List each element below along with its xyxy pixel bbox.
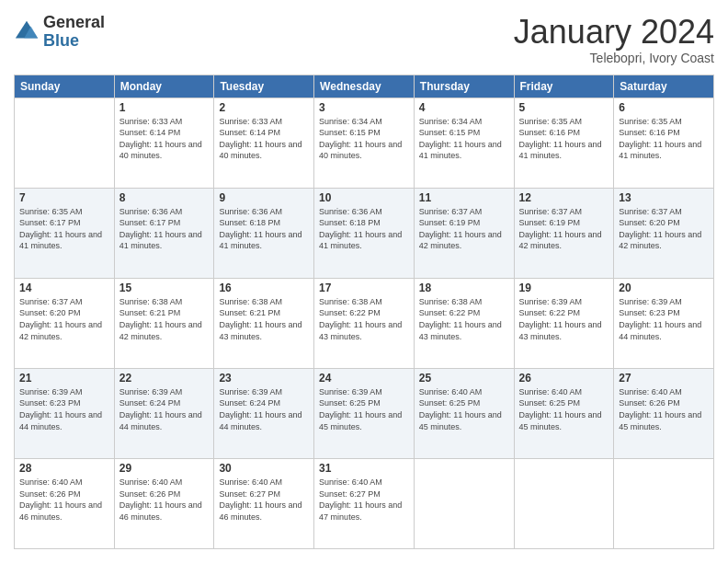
day-number: 10: [319, 191, 409, 204]
logo-general: General: [43, 14, 105, 32]
calendar-cell: 29Sunrise: 6:40 AMSunset: 6:26 PMDayligh…: [114, 458, 214, 548]
cell-info: Sunrise: 6:40 AMSunset: 6:25 PMDaylight:…: [519, 386, 609, 432]
cell-info: Sunrise: 6:33 AMSunset: 6:14 PMDaylight:…: [219, 116, 309, 162]
weekday-header: Sunday: [15, 75, 115, 98]
header: General Blue January 2024 Telebopri, Ivo…: [14, 14, 714, 65]
logo-blue: Blue: [43, 32, 105, 51]
day-number: 13: [619, 191, 709, 204]
calendar-week-row: 21Sunrise: 6:39 AMSunset: 6:23 PMDayligh…: [15, 368, 714, 458]
cell-info: Sunrise: 6:40 AMSunset: 6:27 PMDaylight:…: [319, 477, 409, 523]
cell-info: Sunrise: 6:37 AMSunset: 6:19 PMDaylight:…: [419, 206, 509, 252]
cell-info: Sunrise: 6:37 AMSunset: 6:19 PMDaylight:…: [519, 206, 609, 252]
day-number: 2: [219, 101, 309, 114]
weekday-header: Saturday: [614, 75, 714, 98]
calendar-cell: 7Sunrise: 6:35 AMSunset: 6:17 PMDaylight…: [15, 188, 115, 278]
day-number: 18: [419, 282, 509, 294]
calendar-table: SundayMondayTuesdayWednesdayThursdayFrid…: [14, 75, 714, 549]
day-number: 14: [19, 282, 109, 294]
calendar-cell: 14Sunrise: 6:37 AMSunset: 6:20 PMDayligh…: [15, 278, 115, 368]
logo-icon: [14, 19, 40, 45]
cell-info: Sunrise: 6:36 AMSunset: 6:18 PMDaylight:…: [219, 206, 309, 252]
cell-info: Sunrise: 6:38 AMSunset: 6:22 PMDaylight:…: [319, 296, 409, 342]
calendar-cell: 31Sunrise: 6:40 AMSunset: 6:27 PMDayligh…: [314, 458, 415, 548]
weekday-header: Monday: [114, 75, 214, 98]
calendar-cell: 8Sunrise: 6:36 AMSunset: 6:17 PMDaylight…: [114, 188, 214, 278]
day-number: 17: [319, 282, 409, 294]
cell-info: Sunrise: 6:39 AMSunset: 6:23 PMDaylight:…: [19, 386, 109, 432]
cell-info: Sunrise: 6:40 AMSunset: 6:25 PMDaylight:…: [419, 386, 509, 432]
calendar-cell: 12Sunrise: 6:37 AMSunset: 6:19 PMDayligh…: [514, 188, 614, 278]
day-number: 22: [119, 372, 210, 385]
calendar-cell: 10Sunrise: 6:36 AMSunset: 6:18 PMDayligh…: [314, 188, 415, 278]
cell-info: Sunrise: 6:39 AMSunset: 6:23 PMDaylight:…: [619, 296, 709, 342]
day-number: 9: [219, 191, 309, 204]
calendar-cell: 23Sunrise: 6:39 AMSunset: 6:24 PMDayligh…: [214, 368, 314, 458]
cell-info: Sunrise: 6:35 AMSunset: 6:16 PMDaylight:…: [519, 116, 609, 162]
day-number: 23: [219, 372, 309, 385]
logo-text: General Blue: [43, 14, 105, 51]
day-number: 20: [619, 282, 709, 294]
calendar-cell: 13Sunrise: 6:37 AMSunset: 6:20 PMDayligh…: [614, 188, 714, 278]
calendar-cell: 3Sunrise: 6:34 AMSunset: 6:15 PMDaylight…: [314, 98, 415, 188]
calendar-cell: [614, 458, 714, 548]
title-block: January 2024 Telebopri, Ivory Coast: [514, 14, 714, 65]
cell-info: Sunrise: 6:36 AMSunset: 6:18 PMDaylight:…: [319, 206, 409, 252]
day-number: 29: [119, 462, 210, 475]
page: General Blue January 2024 Telebopri, Ivo…: [0, 0, 728, 563]
day-number: 21: [19, 372, 109, 385]
day-number: 19: [519, 282, 609, 294]
calendar-cell: 19Sunrise: 6:39 AMSunset: 6:22 PMDayligh…: [514, 278, 614, 368]
calendar-cell: 24Sunrise: 6:39 AMSunset: 6:25 PMDayligh…: [314, 368, 415, 458]
day-number: 31: [319, 462, 409, 475]
calendar-cell: 16Sunrise: 6:38 AMSunset: 6:21 PMDayligh…: [214, 278, 314, 368]
calendar-week-row: 1Sunrise: 6:33 AMSunset: 6:14 PMDaylight…: [15, 98, 714, 188]
logo: General Blue: [14, 14, 105, 51]
day-number: 15: [119, 282, 210, 294]
day-number: 1: [119, 101, 210, 114]
cell-info: Sunrise: 6:38 AMSunset: 6:22 PMDaylight:…: [419, 296, 509, 342]
day-number: 25: [419, 372, 509, 385]
day-number: 8: [119, 191, 210, 204]
weekday-header: Thursday: [414, 75, 514, 98]
calendar-cell: 5Sunrise: 6:35 AMSunset: 6:16 PMDaylight…: [514, 98, 614, 188]
calendar-cell: 28Sunrise: 6:40 AMSunset: 6:26 PMDayligh…: [15, 458, 115, 548]
cell-info: Sunrise: 6:40 AMSunset: 6:26 PMDaylight:…: [119, 477, 210, 523]
day-number: 6: [619, 101, 709, 114]
cell-info: Sunrise: 6:39 AMSunset: 6:25 PMDaylight:…: [319, 386, 409, 432]
day-number: 7: [19, 191, 109, 204]
calendar-cell: [414, 458, 514, 548]
day-number: 12: [519, 191, 609, 204]
calendar-cell: [15, 98, 115, 188]
calendar-cell: 27Sunrise: 6:40 AMSunset: 6:26 PMDayligh…: [614, 368, 714, 458]
cell-info: Sunrise: 6:35 AMSunset: 6:16 PMDaylight:…: [619, 116, 709, 162]
calendar-week-row: 7Sunrise: 6:35 AMSunset: 6:17 PMDaylight…: [15, 188, 714, 278]
cell-info: Sunrise: 6:40 AMSunset: 6:26 PMDaylight:…: [619, 386, 709, 432]
cell-info: Sunrise: 6:35 AMSunset: 6:17 PMDaylight:…: [19, 206, 109, 252]
cell-info: Sunrise: 6:38 AMSunset: 6:21 PMDaylight:…: [219, 296, 309, 342]
day-number: 27: [619, 372, 709, 385]
day-number: 3: [319, 101, 409, 114]
weekday-header: Friday: [514, 75, 614, 98]
calendar-cell: 15Sunrise: 6:38 AMSunset: 6:21 PMDayligh…: [114, 278, 214, 368]
calendar-cell: 1Sunrise: 6:33 AMSunset: 6:14 PMDaylight…: [114, 98, 214, 188]
calendar-cell: 4Sunrise: 6:34 AMSunset: 6:15 PMDaylight…: [414, 98, 514, 188]
calendar-cell: 11Sunrise: 6:37 AMSunset: 6:19 PMDayligh…: [414, 188, 514, 278]
calendar-cell: 26Sunrise: 6:40 AMSunset: 6:25 PMDayligh…: [514, 368, 614, 458]
calendar-week-row: 14Sunrise: 6:37 AMSunset: 6:20 PMDayligh…: [15, 278, 714, 368]
calendar-cell: 30Sunrise: 6:40 AMSunset: 6:27 PMDayligh…: [214, 458, 314, 548]
calendar-cell: 18Sunrise: 6:38 AMSunset: 6:22 PMDayligh…: [414, 278, 514, 368]
calendar-cell: 22Sunrise: 6:39 AMSunset: 6:24 PMDayligh…: [114, 368, 214, 458]
calendar-cell: 2Sunrise: 6:33 AMSunset: 6:14 PMDaylight…: [214, 98, 314, 188]
cell-info: Sunrise: 6:40 AMSunset: 6:27 PMDaylight:…: [219, 477, 309, 523]
location-subtitle: Telebopri, Ivory Coast: [514, 51, 714, 65]
calendar-cell: 9Sunrise: 6:36 AMSunset: 6:18 PMDaylight…: [214, 188, 314, 278]
month-title: January 2024: [514, 14, 714, 51]
cell-info: Sunrise: 6:39 AMSunset: 6:24 PMDaylight:…: [219, 386, 309, 432]
day-number: 4: [419, 101, 509, 114]
calendar-cell: 20Sunrise: 6:39 AMSunset: 6:23 PMDayligh…: [614, 278, 714, 368]
day-number: 16: [219, 282, 309, 294]
calendar-cell: 25Sunrise: 6:40 AMSunset: 6:25 PMDayligh…: [414, 368, 514, 458]
cell-info: Sunrise: 6:34 AMSunset: 6:15 PMDaylight:…: [319, 116, 409, 162]
cell-info: Sunrise: 6:39 AMSunset: 6:22 PMDaylight:…: [519, 296, 609, 342]
weekday-header: Wednesday: [314, 75, 415, 98]
